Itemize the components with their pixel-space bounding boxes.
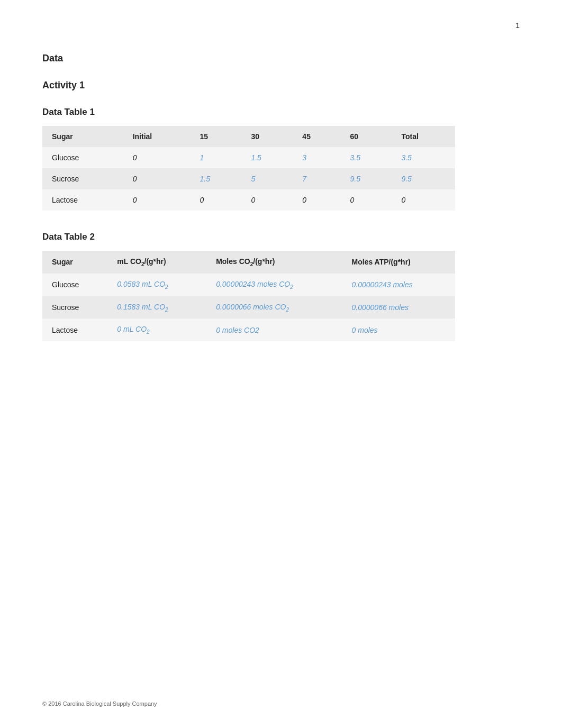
table-row: Lactose 0 mL CO2 0 moles CO2 0 moles bbox=[42, 319, 455, 341]
table-row: Sucrose 0.1583 mL CO2 0.0000066 moles CO… bbox=[42, 296, 455, 319]
glucose-molesatp: 0.00000243 moles bbox=[342, 274, 455, 296]
data-table-2: Sugar mL CO2/(g*hr) Moles CO2/(g*hr) Mol… bbox=[42, 251, 455, 341]
glucose-mlco2: 0.0583 mL CO2 bbox=[107, 274, 206, 296]
col2-header-sugar: Sugar bbox=[42, 251, 107, 274]
page: 1 Data Activity 1 Data Table 1 Sugar Ini… bbox=[0, 0, 562, 728]
data-table-1: Sugar Initial 15 30 45 60 Total Glucose … bbox=[42, 126, 455, 211]
lactose-molesatp: 0 moles bbox=[342, 319, 455, 341]
data-heading: Data bbox=[42, 53, 520, 64]
col-header-initial: Initial bbox=[123, 126, 191, 147]
lactose-initial: 0 bbox=[123, 189, 191, 211]
data-table2-heading: Data Table 2 bbox=[42, 232, 520, 242]
glucose-initial: 0 bbox=[123, 147, 191, 168]
sugar-label: Sucrose bbox=[42, 296, 107, 319]
col-header-total: Total bbox=[392, 126, 455, 147]
lactose-total: 0 bbox=[392, 189, 455, 211]
sugar-label: Lactose bbox=[42, 319, 107, 341]
sugar-label: Sucrose bbox=[42, 168, 123, 189]
lactose-45: 0 bbox=[293, 189, 340, 211]
sucrose-15: 1.5 bbox=[190, 168, 241, 189]
glucose-total: 3.5 bbox=[392, 147, 455, 168]
sugar-label: Glucose bbox=[42, 274, 107, 296]
col2-header-mlco2: mL CO2/(g*hr) bbox=[107, 251, 206, 274]
col-header-60: 60 bbox=[341, 126, 392, 147]
lactose-60: 0 bbox=[341, 189, 392, 211]
lactose-30: 0 bbox=[241, 189, 293, 211]
sugar-label: Lactose bbox=[42, 189, 123, 211]
sucrose-30: 5 bbox=[241, 168, 293, 189]
table-row: Lactose 0 0 0 0 0 0 bbox=[42, 189, 455, 211]
lactose-mlco2: 0 mL CO2 bbox=[107, 319, 206, 341]
sucrose-initial: 0 bbox=[123, 168, 191, 189]
glucose-60: 3.5 bbox=[341, 147, 392, 168]
col-header-30: 30 bbox=[241, 126, 293, 147]
col2-header-molesco2: Moles CO2/(g*hr) bbox=[206, 251, 342, 274]
sucrose-molesco2: 0.0000066 moles CO2 bbox=[206, 296, 342, 319]
footer-text: © 2016 Carolina Biological Supply Compan… bbox=[42, 700, 157, 707]
sugar-label: Glucose bbox=[42, 147, 123, 168]
sucrose-mlco2: 0.1583 mL CO2 bbox=[107, 296, 206, 319]
lactose-molesco2: 0 moles CO2 bbox=[206, 319, 342, 341]
glucose-45: 3 bbox=[293, 147, 340, 168]
glucose-30: 1.5 bbox=[241, 147, 293, 168]
sucrose-total: 9.5 bbox=[392, 168, 455, 189]
data-table1-heading: Data Table 1 bbox=[42, 107, 520, 117]
sucrose-60: 9.5 bbox=[341, 168, 392, 189]
lactose-15: 0 bbox=[190, 189, 241, 211]
col2-header-molesatp: Moles ATP/(g*hr) bbox=[342, 251, 455, 274]
col-header-45: 45 bbox=[293, 126, 340, 147]
table-row: Glucose 0 1 1.5 3 3.5 3.5 bbox=[42, 147, 455, 168]
sucrose-45: 7 bbox=[293, 168, 340, 189]
table-row: Sucrose 0 1.5 5 7 9.5 9.5 bbox=[42, 168, 455, 189]
page-number: 1 bbox=[515, 21, 520, 30]
table-row: Glucose 0.0583 mL CO2 0.00000243 moles C… bbox=[42, 274, 455, 296]
activity1-heading: Activity 1 bbox=[42, 80, 520, 91]
col-header-15: 15 bbox=[190, 126, 241, 147]
col-header-sugar: Sugar bbox=[42, 126, 123, 147]
glucose-15: 1 bbox=[190, 147, 241, 168]
glucose-molesco2: 0.00000243 moles CO2 bbox=[206, 274, 342, 296]
sucrose-molesatp: 0.0000066 moles bbox=[342, 296, 455, 319]
